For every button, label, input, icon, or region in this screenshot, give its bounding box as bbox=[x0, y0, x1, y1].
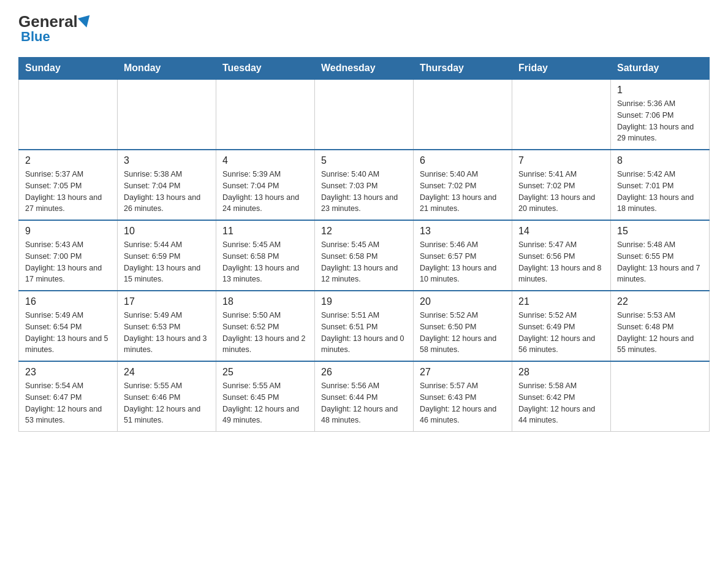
day-number: 2 bbox=[25, 155, 111, 166]
weekday-header-monday: Monday bbox=[118, 58, 216, 80]
day-info: Sunrise: 5:37 AM Sunset: 7:05 PM Dayligh… bbox=[25, 169, 111, 215]
day-number: 5 bbox=[321, 155, 407, 166]
day-number: 12 bbox=[321, 226, 407, 237]
calendar-cell bbox=[512, 79, 611, 150]
day-info: Sunrise: 5:52 AM Sunset: 6:50 PM Dayligh… bbox=[420, 310, 506, 356]
calendar-cell: 7Sunrise: 5:41 AM Sunset: 7:02 PM Daylig… bbox=[512, 150, 611, 220]
day-number: 22 bbox=[617, 296, 703, 307]
day-info: Sunrise: 5:55 AM Sunset: 6:46 PM Dayligh… bbox=[124, 380, 210, 426]
calendar-cell: 13Sunrise: 5:46 AM Sunset: 6:57 PM Dayli… bbox=[414, 220, 512, 291]
calendar-cell: 16Sunrise: 5:49 AM Sunset: 6:54 PM Dayli… bbox=[19, 291, 118, 361]
day-info: Sunrise: 5:49 AM Sunset: 6:54 PM Dayligh… bbox=[25, 310, 111, 356]
calendar-cell: 10Sunrise: 5:44 AM Sunset: 6:59 PM Dayli… bbox=[118, 220, 216, 291]
day-info: Sunrise: 5:38 AM Sunset: 7:04 PM Dayligh… bbox=[124, 169, 210, 215]
day-info: Sunrise: 5:53 AM Sunset: 6:48 PM Dayligh… bbox=[617, 310, 703, 356]
calendar-cell bbox=[414, 79, 512, 150]
day-info: Sunrise: 5:51 AM Sunset: 6:51 PM Dayligh… bbox=[321, 310, 407, 356]
calendar-cell: 22Sunrise: 5:53 AM Sunset: 6:48 PM Dayli… bbox=[611, 291, 710, 361]
logo: General Blue bbox=[18, 12, 93, 45]
day-number: 6 bbox=[420, 155, 506, 166]
day-info: Sunrise: 5:52 AM Sunset: 6:49 PM Dayligh… bbox=[518, 310, 604, 356]
calendar-cell: 9Sunrise: 5:43 AM Sunset: 7:00 PM Daylig… bbox=[19, 220, 118, 291]
day-number: 11 bbox=[222, 226, 308, 237]
day-number: 20 bbox=[420, 296, 506, 307]
day-number: 10 bbox=[124, 226, 210, 237]
day-info: Sunrise: 5:43 AM Sunset: 7:00 PM Dayligh… bbox=[25, 239, 111, 285]
calendar-cell: 23Sunrise: 5:54 AM Sunset: 6:47 PM Dayli… bbox=[19, 361, 118, 432]
calendar-cell: 14Sunrise: 5:47 AM Sunset: 6:56 PM Dayli… bbox=[512, 220, 611, 291]
day-info: Sunrise: 5:39 AM Sunset: 7:04 PM Dayligh… bbox=[222, 169, 308, 215]
calendar-week-row: 23Sunrise: 5:54 AM Sunset: 6:47 PM Dayli… bbox=[19, 361, 710, 432]
day-number: 18 bbox=[222, 296, 308, 307]
day-info: Sunrise: 5:48 AM Sunset: 6:55 PM Dayligh… bbox=[617, 239, 703, 285]
calendar-table: SundayMondayTuesdayWednesdayThursdayFrid… bbox=[18, 57, 710, 432]
calendar-cell: 27Sunrise: 5:57 AM Sunset: 6:43 PM Dayli… bbox=[414, 361, 512, 432]
day-number: 16 bbox=[25, 296, 111, 307]
page-header: General Blue bbox=[18, 12, 710, 45]
day-number: 27 bbox=[420, 367, 506, 378]
logo-blue-text: Blue bbox=[18, 29, 93, 45]
day-number: 28 bbox=[518, 367, 604, 378]
day-number: 8 bbox=[617, 155, 703, 166]
weekday-header-friday: Friday bbox=[512, 58, 611, 80]
calendar-cell: 6Sunrise: 5:40 AM Sunset: 7:02 PM Daylig… bbox=[414, 150, 512, 220]
day-info: Sunrise: 5:58 AM Sunset: 6:42 PM Dayligh… bbox=[518, 380, 604, 426]
weekday-header-saturday: Saturday bbox=[611, 58, 710, 80]
day-number: 21 bbox=[518, 296, 604, 307]
day-number: 19 bbox=[321, 296, 407, 307]
calendar-cell: 18Sunrise: 5:50 AM Sunset: 6:52 PM Dayli… bbox=[216, 291, 315, 361]
calendar-cell: 5Sunrise: 5:40 AM Sunset: 7:03 PM Daylig… bbox=[315, 150, 414, 220]
day-number: 26 bbox=[321, 367, 407, 378]
day-info: Sunrise: 5:47 AM Sunset: 6:56 PM Dayligh… bbox=[518, 239, 604, 285]
day-number: 1 bbox=[617, 85, 703, 96]
day-number: 7 bbox=[518, 155, 604, 166]
calendar-cell bbox=[19, 79, 118, 150]
calendar-week-row: 2Sunrise: 5:37 AM Sunset: 7:05 PM Daylig… bbox=[19, 150, 710, 220]
calendar-cell: 1Sunrise: 5:36 AM Sunset: 7:06 PM Daylig… bbox=[611, 79, 710, 150]
day-number: 13 bbox=[420, 226, 506, 237]
day-number: 9 bbox=[25, 226, 111, 237]
weekday-header-tuesday: Tuesday bbox=[216, 58, 315, 80]
weekday-header-sunday: Sunday bbox=[19, 58, 118, 80]
weekday-header-row: SundayMondayTuesdayWednesdayThursdayFrid… bbox=[19, 58, 710, 80]
day-info: Sunrise: 5:56 AM Sunset: 6:44 PM Dayligh… bbox=[321, 380, 407, 426]
day-number: 4 bbox=[222, 155, 308, 166]
calendar-cell bbox=[315, 79, 414, 150]
calendar-week-row: 9Sunrise: 5:43 AM Sunset: 7:00 PM Daylig… bbox=[19, 220, 710, 291]
day-info: Sunrise: 5:44 AM Sunset: 6:59 PM Dayligh… bbox=[124, 239, 210, 285]
day-info: Sunrise: 5:45 AM Sunset: 6:58 PM Dayligh… bbox=[321, 239, 407, 285]
day-number: 17 bbox=[124, 296, 210, 307]
calendar-cell: 19Sunrise: 5:51 AM Sunset: 6:51 PM Dayli… bbox=[315, 291, 414, 361]
weekday-header-thursday: Thursday bbox=[414, 58, 512, 80]
calendar-cell bbox=[118, 79, 216, 150]
day-info: Sunrise: 5:40 AM Sunset: 7:02 PM Dayligh… bbox=[420, 169, 506, 215]
calendar-cell: 24Sunrise: 5:55 AM Sunset: 6:46 PM Dayli… bbox=[118, 361, 216, 432]
calendar-week-row: 16Sunrise: 5:49 AM Sunset: 6:54 PM Dayli… bbox=[19, 291, 710, 361]
day-info: Sunrise: 5:41 AM Sunset: 7:02 PM Dayligh… bbox=[518, 169, 604, 215]
day-info: Sunrise: 5:54 AM Sunset: 6:47 PM Dayligh… bbox=[25, 380, 111, 426]
day-info: Sunrise: 5:42 AM Sunset: 7:01 PM Dayligh… bbox=[617, 169, 703, 215]
calendar-cell: 28Sunrise: 5:58 AM Sunset: 6:42 PM Dayli… bbox=[512, 361, 611, 432]
day-number: 23 bbox=[25, 367, 111, 378]
calendar-cell bbox=[216, 79, 315, 150]
weekday-header-wednesday: Wednesday bbox=[315, 58, 414, 80]
calendar-cell: 3Sunrise: 5:38 AM Sunset: 7:04 PM Daylig… bbox=[118, 150, 216, 220]
calendar-cell: 2Sunrise: 5:37 AM Sunset: 7:05 PM Daylig… bbox=[19, 150, 118, 220]
calendar-cell: 15Sunrise: 5:48 AM Sunset: 6:55 PM Dayli… bbox=[611, 220, 710, 291]
day-number: 3 bbox=[124, 155, 210, 166]
day-info: Sunrise: 5:45 AM Sunset: 6:58 PM Dayligh… bbox=[222, 239, 308, 285]
calendar-cell: 25Sunrise: 5:55 AM Sunset: 6:45 PM Dayli… bbox=[216, 361, 315, 432]
calendar-cell: 8Sunrise: 5:42 AM Sunset: 7:01 PM Daylig… bbox=[611, 150, 710, 220]
calendar-cell: 17Sunrise: 5:49 AM Sunset: 6:53 PM Dayli… bbox=[118, 291, 216, 361]
day-number: 25 bbox=[222, 367, 308, 378]
calendar-cell: 4Sunrise: 5:39 AM Sunset: 7:04 PM Daylig… bbox=[216, 150, 315, 220]
calendar-week-row: 1Sunrise: 5:36 AM Sunset: 7:06 PM Daylig… bbox=[19, 79, 710, 150]
calendar-cell: 21Sunrise: 5:52 AM Sunset: 6:49 PM Dayli… bbox=[512, 291, 611, 361]
calendar-cell: 20Sunrise: 5:52 AM Sunset: 6:50 PM Dayli… bbox=[414, 291, 512, 361]
day-info: Sunrise: 5:55 AM Sunset: 6:45 PM Dayligh… bbox=[222, 380, 308, 426]
day-info: Sunrise: 5:36 AM Sunset: 7:06 PM Dayligh… bbox=[617, 98, 703, 144]
day-number: 15 bbox=[617, 226, 703, 237]
calendar-cell: 11Sunrise: 5:45 AM Sunset: 6:58 PM Dayli… bbox=[216, 220, 315, 291]
calendar-cell: 26Sunrise: 5:56 AM Sunset: 6:44 PM Dayli… bbox=[315, 361, 414, 432]
day-info: Sunrise: 5:49 AM Sunset: 6:53 PM Dayligh… bbox=[124, 310, 210, 356]
